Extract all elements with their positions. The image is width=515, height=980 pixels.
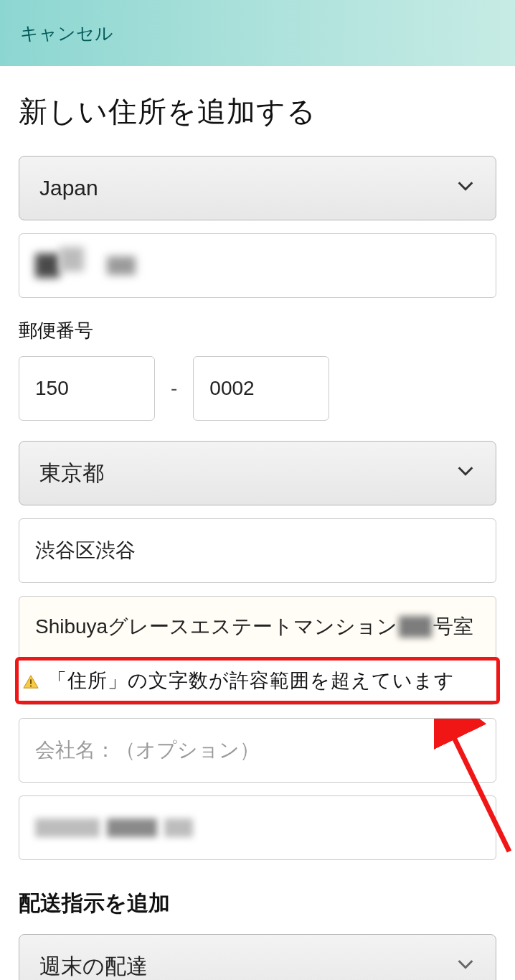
address-line1-field[interactable] bbox=[35, 539, 480, 562]
validation-error: 「住所」の文字数が許容範囲を超えています bbox=[15, 657, 500, 704]
chevron-down-icon bbox=[455, 954, 476, 979]
prefecture-select[interactable]: 東京都 bbox=[19, 441, 496, 505]
delivery-instructions-heading: 配送指示を追加 bbox=[19, 889, 496, 918]
company-name-field[interactable] bbox=[35, 739, 480, 762]
page-title: 新しい住所を追加する bbox=[19, 92, 496, 131]
cancel-button[interactable]: キャンセル bbox=[20, 22, 113, 45]
redacted-content bbox=[399, 616, 432, 638]
address-line2-group: Shibuyaグレースエステートマンション 号室 「住所」の文字数が許容範囲を超… bbox=[19, 596, 496, 705]
postal-code-part1[interactable] bbox=[19, 356, 155, 421]
address-line1-input[interactable] bbox=[19, 518, 496, 583]
postal-code-part2-field[interactable] bbox=[209, 377, 313, 400]
svg-rect-1 bbox=[30, 679, 32, 683]
warning-icon bbox=[23, 673, 39, 689]
add-address-form: 新しい住所を追加する Japan 郵便番号 - 東京都 bbox=[0, 66, 515, 980]
app-header: キャンセル bbox=[0, 0, 515, 66]
svg-rect-2 bbox=[30, 686, 32, 687]
postal-code-group: 郵便番号 - bbox=[19, 318, 496, 421]
redacted-content bbox=[35, 234, 136, 297]
postal-code-part1-field[interactable] bbox=[35, 377, 138, 400]
validation-error-text: 「住所」の文字数が許容範囲を超えています bbox=[47, 668, 455, 694]
address-line2-value-prefix: Shibuyaグレースエステートマンション bbox=[35, 613, 397, 640]
country-select-value: Japan bbox=[39, 176, 98, 200]
prefecture-select-value: 東京都 bbox=[39, 459, 104, 488]
country-select[interactable]: Japan bbox=[19, 156, 496, 220]
full-name-input[interactable] bbox=[19, 233, 496, 298]
address-line2-input[interactable]: Shibuyaグレースエステートマンション 号室 bbox=[19, 597, 496, 657]
redacted-content bbox=[35, 818, 193, 837]
postal-dash: - bbox=[171, 377, 177, 400]
postal-code-part2[interactable] bbox=[193, 356, 329, 421]
address-line2-value-suffix: 号室 bbox=[433, 613, 473, 640]
company-name-input[interactable] bbox=[19, 718, 496, 783]
delivery-preference-select[interactable]: 週末の配達 bbox=[19, 934, 496, 980]
delivery-preference-value: 週末の配達 bbox=[39, 952, 148, 981]
chevron-down-icon bbox=[455, 176, 476, 201]
chevron-down-icon bbox=[455, 461, 476, 486]
postal-code-label: 郵便番号 bbox=[19, 318, 496, 343]
phone-input[interactable] bbox=[19, 795, 496, 860]
